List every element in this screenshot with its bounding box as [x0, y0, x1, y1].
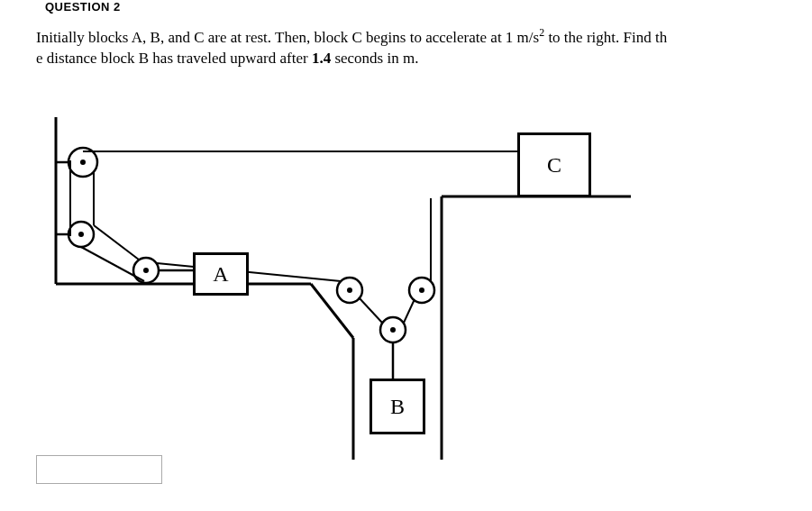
problem-text-part: seconds in m. — [331, 50, 418, 67]
block-b: B — [370, 379, 425, 434]
problem-text-part: to the right. Find th — [544, 29, 667, 46]
question-header: QUESTION 2 — [45, 0, 121, 14]
pulley-diagram: C A B — [36, 108, 649, 487]
problem-bold-value: 1.4 — [312, 50, 331, 67]
svg-point-7 — [80, 160, 86, 165]
answer-input[interactable] — [36, 455, 162, 484]
svg-line-27 — [157, 263, 341, 281]
svg-line-2 — [311, 284, 353, 338]
block-a: A — [193, 252, 249, 296]
svg-line-28 — [359, 297, 382, 323]
svg-line-29 — [404, 299, 415, 323]
svg-point-18 — [390, 327, 396, 333]
problem-statement: Initially blocks A, B, and C are at rest… — [36, 25, 794, 69]
svg-point-21 — [419, 287, 424, 293]
block-c-label: C — [547, 153, 561, 178]
problem-text-part: Initially blocks A, B, and C are at rest… — [36, 29, 539, 46]
block-a-label: A — [213, 262, 228, 287]
svg-point-16 — [347, 287, 352, 293]
svg-point-10 — [78, 232, 84, 237]
block-c: C — [517, 132, 591, 197]
problem-text-part: e distance block B has traveled upward a… — [36, 50, 312, 67]
svg-point-13 — [143, 268, 149, 273]
svg-line-26 — [94, 225, 139, 260]
block-b-label: B — [390, 395, 405, 419]
